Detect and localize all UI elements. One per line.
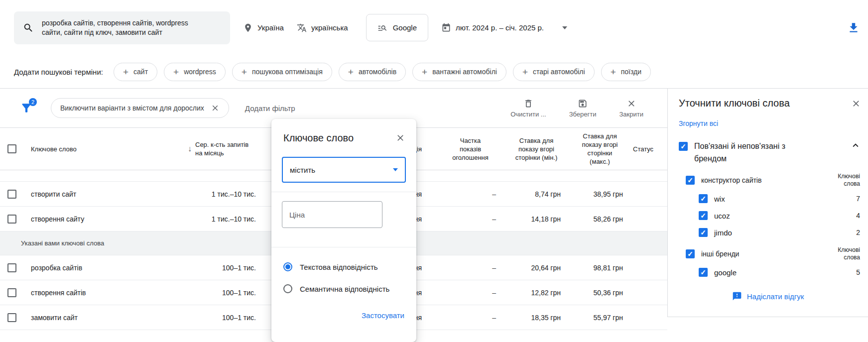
save-label: Зберегти	[569, 111, 597, 118]
keywords-search-box[interactable]: розробка сайтів, створення сайтів, wordp…	[14, 11, 230, 44]
row-checkbox[interactable]	[7, 215, 16, 224]
panel-title: Уточнити ключові слова	[679, 98, 850, 109]
item-checkbox[interactable]	[699, 194, 708, 203]
keyword-filter-dialog: Ключове слово містить Текстова відповідн…	[271, 119, 416, 342]
add-term-chip[interactable]: +поїзди	[601, 63, 651, 81]
subgroup-checkbox[interactable]	[686, 176, 695, 185]
item-checkbox[interactable]	[699, 268, 708, 277]
active-filter-label: Виключити варіанти з вмістом для доросли…	[60, 104, 204, 112]
add-term-chip[interactable]: +пошукова оптимізація	[232, 63, 332, 81]
network-label: Google	[393, 23, 417, 32]
add-terms-label: Додати пошукові терміни:	[14, 68, 103, 76]
language-selector[interactable]: українська	[297, 23, 348, 33]
add-terms-row: Додати пошукові терміни: +сайт +wordpres…	[0, 55, 868, 89]
collapse-all-link[interactable]: Згорнути всі	[679, 119, 718, 127]
dialog-title: Ключове слово	[283, 132, 354, 144]
chip-label: вантажні автомобілі	[432, 68, 497, 76]
bid-max-cell: 38,95 грн	[569, 190, 631, 198]
main-area: 2 Виключити варіанти з вмістом для дорос…	[0, 89, 868, 342]
row-checkbox[interactable]	[7, 263, 16, 272]
close-filters-button[interactable]: Закрити	[620, 99, 643, 118]
bid-min-cell: 12,82 грн	[504, 289, 569, 297]
bid-max-cell: 98,81 грн	[569, 264, 631, 272]
clear-filters-button[interactable]: Очистити ...	[510, 99, 546, 118]
add-term-chip[interactable]: +сайт	[114, 63, 157, 81]
filter-actions: Очистити ... Зберегти Закрити	[510, 99, 643, 118]
chevron-up-icon	[850, 140, 861, 151]
top-toolbar: розробка сайтів, створення сайтів, wordp…	[0, 0, 868, 55]
trash-icon	[523, 99, 533, 109]
save-button[interactable]: Зберегти	[569, 99, 597, 118]
dialog-close-button[interactable]	[394, 132, 406, 144]
close-icon	[626, 99, 636, 109]
item-checkbox[interactable]	[699, 211, 708, 220]
add-term-chip[interactable]: +вантажні автомобілі	[412, 63, 506, 81]
col-header-keyword[interactable]: Ключове слово	[24, 145, 165, 153]
language-label: українська	[311, 23, 348, 32]
select-all-checkbox[interactable]	[7, 144, 16, 153]
item-count: 2	[856, 228, 860, 236]
add-term-chip[interactable]: +старі автомобілі	[513, 63, 595, 81]
col-header-status[interactable]: Статус	[631, 145, 667, 153]
filter-value-input[interactable]	[282, 201, 382, 228]
row-checkbox[interactable]	[7, 288, 16, 297]
send-feedback-button[interactable]: Надіслати відгук	[668, 291, 868, 301]
download-button[interactable]	[847, 21, 860, 34]
row-checkbox[interactable]	[7, 313, 16, 322]
col-header-avg-searches[interactable]: ↓ Сер. к-сть запитів на місяць	[165, 140, 264, 157]
chip-label: wordpress	[184, 68, 216, 76]
chevron-down-icon	[393, 168, 398, 171]
location-pin-icon	[243, 23, 253, 33]
plus-icon: +	[173, 67, 179, 77]
row-checkbox[interactable]	[7, 190, 16, 199]
subgroup-row: інші бренди Ключові слова	[686, 246, 860, 261]
chip-label: старі автомобілі	[533, 68, 585, 76]
col-header-top-bid-min[interactable]: Ставка для показу вгорі сторінки (мін.)	[504, 136, 569, 162]
remove-filter-icon[interactable]	[211, 104, 220, 113]
bid-min-header-label: Ставка для показу вгорі сторінки (мін.)	[513, 136, 560, 162]
item-label: ucoz	[714, 212, 730, 220]
calendar-icon	[441, 23, 451, 33]
panel-close-button[interactable]	[850, 98, 862, 110]
item-checkbox[interactable]	[699, 228, 708, 237]
radio-text-match[interactable]: Текстова відповідність	[283, 262, 416, 271]
plus-icon: +	[348, 67, 354, 77]
item-label: google	[714, 268, 737, 277]
chip-label: пошукова оптимізація	[252, 68, 323, 76]
ad-share-cell: –	[437, 215, 504, 223]
date-range-selector[interactable]: лют. 2024 р. – січ. 2025 р.	[441, 23, 567, 33]
filter-funnel-button[interactable]: 2	[20, 102, 33, 114]
item-count: 7	[856, 195, 860, 203]
refine-item: ucoz 4	[699, 210, 860, 222]
collapse-group-button[interactable]	[850, 140, 861, 151]
date-range-label: лют. 2024 р. – січ. 2025 р.	[456, 23, 544, 32]
subgroup-checkbox[interactable]	[686, 249, 695, 258]
ad-share-cell: –	[437, 314, 504, 322]
active-filter-chip[interactable]: Виключити варіанти з вмістом для доросли…	[51, 98, 229, 118]
network-selector[interactable]: Google	[366, 14, 428, 41]
apply-button[interactable]: Застосувати	[362, 311, 404, 320]
item-count: 5	[856, 268, 860, 276]
brand-group-row: Пов'язані й непов'язані з брендом	[679, 140, 861, 165]
plus-icon: +	[522, 67, 528, 77]
col-header-ad-impression-share[interactable]: Частка показів оголошення	[437, 136, 504, 162]
radio-label: Семантична відповідність	[300, 285, 389, 293]
add-term-chip[interactable]: +wordpress	[164, 63, 226, 81]
location-selector[interactable]: Україна	[243, 23, 284, 33]
bid-max-cell: 55,97 грн	[569, 314, 631, 322]
group-checkbox[interactable]	[679, 142, 688, 151]
avg-searches-cell: 1 тис.–10 тис.	[165, 215, 264, 223]
avg-searches-cell: 100–1 тис.	[165, 314, 264, 322]
operator-select[interactable]: містить	[282, 157, 406, 183]
ad-share-cell: –	[437, 289, 504, 297]
sort-descending-icon: ↓	[188, 144, 192, 153]
share-header-label: Частка показів оголошення	[450, 136, 492, 162]
refine-item: jimdo 2	[699, 227, 860, 238]
feedback-icon	[732, 291, 742, 301]
radio-semantic-match[interactable]: Семантична відповідність	[283, 284, 416, 293]
col-header-top-bid-max[interactable]: Ставка для показу вгорі сторінки (макс.)	[569, 132, 631, 166]
add-term-chip[interactable]: +автомобілів	[339, 63, 406, 81]
search-network-icon	[377, 23, 387, 33]
search-keywords-value: розробка сайтів, створення сайтів, wordp…	[42, 18, 206, 37]
add-filter-button[interactable]: Додати фільтр	[245, 104, 295, 113]
